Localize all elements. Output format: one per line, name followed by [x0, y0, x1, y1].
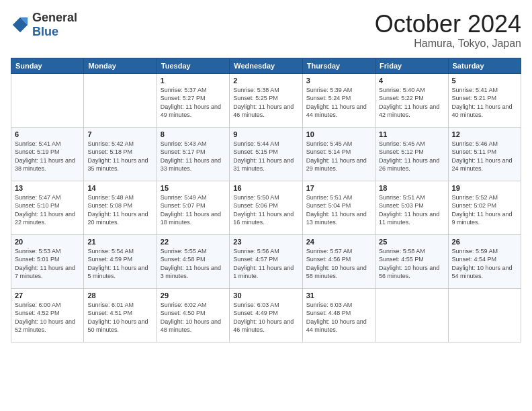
calendar-cell: 14Sunrise: 5:48 AM Sunset: 5:08 PM Dayli… — [84, 181, 157, 234]
cell-info: Sunrise: 6:03 AM Sunset: 4:48 PM Dayligh… — [306, 301, 371, 334]
day-number: 13 — [15, 184, 80, 192]
cell-info: Sunrise: 5:54 AM Sunset: 4:59 PM Dayligh… — [87, 247, 152, 281]
calendar-cell: 31Sunrise: 6:03 AM Sunset: 4:48 PM Dayli… — [302, 288, 375, 342]
calendar-cell: 25Sunrise: 5:58 AM Sunset: 4:55 PM Dayli… — [375, 234, 448, 288]
calendar-cell: 9Sunrise: 5:44 AM Sunset: 5:15 PM Daylig… — [230, 127, 302, 181]
day-number: 11 — [379, 130, 444, 138]
cell-info: Sunrise: 5:57 AM Sunset: 4:56 PM Dayligh… — [306, 247, 371, 281]
calendar-week-row: 27Sunrise: 6:00 AM Sunset: 4:52 PM Dayli… — [11, 288, 521, 342]
cell-info: Sunrise: 5:51 AM Sunset: 5:03 PM Dayligh… — [379, 193, 444, 227]
day-number: 17 — [306, 184, 371, 192]
cell-info: Sunrise: 5:43 AM Sunset: 5:17 PM Dayligh… — [161, 140, 226, 173]
day-number: 5 — [452, 77, 517, 85]
weekday-header: Friday — [375, 58, 448, 73]
calendar-cell — [448, 288, 521, 342]
cell-info: Sunrise: 5:37 AM Sunset: 5:27 PM Dayligh… — [161, 86, 226, 120]
calendar-cell: 19Sunrise: 5:52 AM Sunset: 5:02 PM Dayli… — [448, 181, 521, 234]
cell-info: Sunrise: 6:00 AM Sunset: 4:52 PM Dayligh… — [15, 301, 80, 334]
calendar-cell: 17Sunrise: 5:51 AM Sunset: 5:04 PM Dayli… — [302, 181, 375, 234]
cell-info: Sunrise: 5:44 AM Sunset: 5:15 PM Dayligh… — [233, 140, 298, 173]
cell-info: Sunrise: 5:45 AM Sunset: 5:14 PM Dayligh… — [306, 140, 371, 173]
cell-info: Sunrise: 6:02 AM Sunset: 4:50 PM Dayligh… — [161, 301, 226, 334]
month-title: October 2024 — [375, 11, 521, 38]
day-number: 6 — [15, 130, 80, 138]
weekday-header: Thursday — [302, 58, 375, 73]
calendar-cell: 26Sunrise: 5:59 AM Sunset: 4:54 PM Dayli… — [448, 234, 521, 288]
calendar-cell: 30Sunrise: 6:03 AM Sunset: 4:49 PM Dayli… — [230, 288, 302, 342]
calendar-cell: 23Sunrise: 5:56 AM Sunset: 4:57 PM Dayli… — [230, 234, 302, 288]
calendar-cell: 13Sunrise: 5:47 AM Sunset: 5:10 PM Dayli… — [11, 181, 84, 234]
day-number: 10 — [306, 130, 371, 138]
calendar-cell — [375, 288, 448, 342]
calendar-cell: 22Sunrise: 5:55 AM Sunset: 4:58 PM Dayli… — [157, 234, 229, 288]
logo-text-blue: Blue — [32, 25, 58, 38]
cell-info: Sunrise: 5:47 AM Sunset: 5:10 PM Dayligh… — [15, 193, 80, 227]
weekday-header: Sunday — [11, 58, 84, 73]
calendar-cell: 6Sunrise: 5:41 AM Sunset: 5:19 PM Daylig… — [11, 127, 84, 181]
cell-info: Sunrise: 5:48 AM Sunset: 5:08 PM Dayligh… — [87, 193, 152, 227]
calendar-cell: 5Sunrise: 5:41 AM Sunset: 5:21 PM Daylig… — [448, 73, 521, 127]
calendar-cell: 2Sunrise: 5:38 AM Sunset: 5:25 PM Daylig… — [230, 73, 302, 127]
calendar-cell: 29Sunrise: 6:02 AM Sunset: 4:50 PM Dayli… — [157, 288, 229, 342]
cell-info: Sunrise: 5:39 AM Sunset: 5:24 PM Dayligh… — [306, 86, 371, 120]
day-number: 24 — [306, 238, 371, 246]
calendar-cell: 18Sunrise: 5:51 AM Sunset: 5:03 PM Dayli… — [375, 181, 448, 234]
location-title: Hamura, Tokyo, Japan — [375, 38, 521, 50]
cell-info: Sunrise: 5:45 AM Sunset: 5:12 PM Dayligh… — [379, 140, 444, 173]
calendar-cell: 24Sunrise: 5:57 AM Sunset: 4:56 PM Dayli… — [302, 234, 375, 288]
day-number: 18 — [379, 184, 444, 192]
day-number: 9 — [233, 130, 298, 138]
weekday-header: Monday — [84, 58, 157, 73]
title-block: October 2024 Hamura, Tokyo, Japan — [375, 11, 521, 50]
cell-info: Sunrise: 5:38 AM Sunset: 5:25 PM Dayligh… — [233, 86, 298, 120]
page-header: General Blue October 2024 Hamura, Tokyo,… — [11, 11, 521, 50]
calendar-cell: 15Sunrise: 5:49 AM Sunset: 5:07 PM Dayli… — [157, 181, 229, 234]
calendar-cell: 20Sunrise: 5:53 AM Sunset: 5:01 PM Dayli… — [11, 234, 84, 288]
calendar-week-row: 6Sunrise: 5:41 AM Sunset: 5:19 PM Daylig… — [11, 127, 521, 181]
calendar-week-row: 20Sunrise: 5:53 AM Sunset: 5:01 PM Dayli… — [11, 234, 521, 288]
day-number: 28 — [87, 291, 152, 300]
cell-info: Sunrise: 5:58 AM Sunset: 4:55 PM Dayligh… — [379, 247, 444, 281]
calendar-cell: 11Sunrise: 5:45 AM Sunset: 5:12 PM Dayli… — [375, 127, 448, 181]
day-number: 16 — [233, 184, 298, 192]
calendar-cell: 1Sunrise: 5:37 AM Sunset: 5:27 PM Daylig… — [157, 73, 229, 127]
cell-info: Sunrise: 5:52 AM Sunset: 5:02 PM Dayligh… — [452, 193, 517, 227]
calendar-cell — [11, 73, 84, 127]
cell-info: Sunrise: 5:49 AM Sunset: 5:07 PM Dayligh… — [161, 193, 226, 227]
day-number: 20 — [15, 238, 80, 246]
day-number: 8 — [161, 130, 226, 138]
calendar-week-row: 1Sunrise: 5:37 AM Sunset: 5:27 PM Daylig… — [11, 73, 521, 127]
day-number: 29 — [161, 291, 226, 300]
day-number: 27 — [15, 291, 80, 300]
day-number: 31 — [306, 291, 371, 300]
calendar-table: SundayMondayTuesdayWednesdayThursdayFrid… — [11, 58, 521, 342]
weekday-header: Wednesday — [230, 58, 302, 73]
calendar-cell: 21Sunrise: 5:54 AM Sunset: 4:59 PM Dayli… — [84, 234, 157, 288]
logo: General Blue — [11, 11, 77, 39]
cell-info: Sunrise: 5:56 AM Sunset: 4:57 PM Dayligh… — [233, 247, 298, 281]
day-number: 26 — [452, 238, 517, 246]
calendar-cell — [84, 73, 157, 127]
cell-info: Sunrise: 5:41 AM Sunset: 5:19 PM Dayligh… — [15, 140, 80, 173]
calendar-cell: 12Sunrise: 5:46 AM Sunset: 5:11 PM Dayli… — [448, 127, 521, 181]
cell-info: Sunrise: 5:40 AM Sunset: 5:22 PM Dayligh… — [379, 86, 444, 120]
day-number: 15 — [161, 184, 226, 192]
cell-info: Sunrise: 5:50 AM Sunset: 5:06 PM Dayligh… — [233, 193, 298, 227]
day-number: 7 — [87, 130, 152, 138]
calendar-cell: 8Sunrise: 5:43 AM Sunset: 5:17 PM Daylig… — [157, 127, 229, 181]
day-number: 25 — [379, 238, 444, 246]
cell-info: Sunrise: 6:01 AM Sunset: 4:51 PM Dayligh… — [87, 301, 152, 334]
cell-info: Sunrise: 5:41 AM Sunset: 5:21 PM Dayligh… — [452, 86, 517, 120]
cell-info: Sunrise: 5:53 AM Sunset: 5:01 PM Dayligh… — [15, 247, 80, 281]
calendar-header-row: SundayMondayTuesdayWednesdayThursdayFrid… — [11, 58, 521, 73]
day-number: 4 — [379, 77, 444, 85]
calendar-cell: 3Sunrise: 5:39 AM Sunset: 5:24 PM Daylig… — [302, 73, 375, 127]
calendar-cell: 10Sunrise: 5:45 AM Sunset: 5:14 PM Dayli… — [302, 127, 375, 181]
calendar-cell: 27Sunrise: 6:00 AM Sunset: 4:52 PM Dayli… — [11, 288, 84, 342]
calendar-cell: 28Sunrise: 6:01 AM Sunset: 4:51 PM Dayli… — [84, 288, 157, 342]
day-number: 23 — [233, 238, 298, 246]
calendar-cell: 7Sunrise: 5:42 AM Sunset: 5:18 PM Daylig… — [84, 127, 157, 181]
day-number: 2 — [233, 77, 298, 85]
cell-info: Sunrise: 5:55 AM Sunset: 4:58 PM Dayligh… — [161, 247, 226, 281]
calendar-cell: 4Sunrise: 5:40 AM Sunset: 5:22 PM Daylig… — [375, 73, 448, 127]
